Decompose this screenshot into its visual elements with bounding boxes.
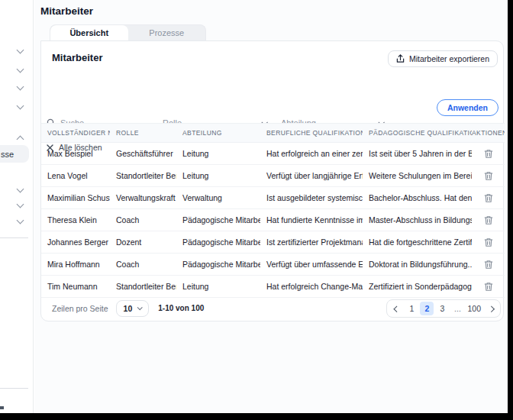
trash-icon: [484, 150, 493, 161]
cell-actions: [472, 143, 505, 165]
pager: 123...100: [386, 299, 501, 318]
cell-role: Verwaltungskraft: [110, 187, 176, 209]
page-button-2[interactable]: 2: [420, 302, 434, 315]
sidebar-item-label: sse: [1, 150, 14, 159]
cell-name: Tim Neumann: [41, 276, 110, 298]
chevron-down-icon[interactable]: [17, 47, 24, 54]
cell-actions: [472, 254, 505, 276]
table-row: Maximilian SchusterVerwaltungskraftVerwa…: [41, 187, 505, 209]
chevron-up-icon[interactable]: [17, 136, 24, 144]
chevron-down-icon[interactable]: [17, 186, 24, 193]
apply-button[interactable]: Anwenden: [437, 99, 498, 116]
tab-prozesse[interactable]: Prozesse: [128, 25, 206, 40]
tab-bar: Übersicht Prozesse: [50, 24, 206, 40]
cell-department: Pädagogische Mitarbeiter: [176, 231, 260, 254]
chevron-down-icon[interactable]: [17, 201, 24, 208]
rows-per-page-label: Zeilen pro Seite: [52, 304, 108, 313]
chevron-down-icon[interactable]: [17, 102, 24, 110]
cell-actions: [472, 276, 505, 298]
delete-button[interactable]: [482, 147, 495, 160]
next-page-button[interactable]: [484, 302, 498, 315]
export-icon: [396, 54, 405, 63]
sidebar-separator: [0, 388, 28, 389]
cell-pedagogical: Doktorat in Bildungsführung....: [363, 254, 472, 276]
cell-actions: [472, 187, 505, 209]
export-button[interactable]: Mitarbeiter exportieren: [388, 50, 498, 67]
cell-professional: Ist zertifizierter Projektmanager...: [260, 231, 363, 254]
table-row: Tim NeumannStandortleiter BerlinLeitungH…: [41, 276, 505, 298]
cell-professional: Hat fundierte Kenntnisse im Qua...: [260, 209, 363, 231]
sidebar-footer-fragment: [0, 406, 4, 409]
column-header: AKTIONEN: [472, 124, 505, 143]
cell-professional: Hat erfolgreich Change-Manage...: [260, 276, 363, 298]
trash-icon: [484, 238, 493, 250]
cell-name: Lena Vogel: [41, 165, 110, 187]
chevron-down-icon[interactable]: [17, 83, 24, 91]
cell-role: Standortleiter Berlin: [110, 165, 176, 187]
employees-table: VOLLSTÄNDIGER NAMEROLLEABTEILUNGBERUFLIC…: [41, 123, 505, 298]
cell-department: Leitung: [176, 165, 260, 187]
table-row: Theresa KleinCoachPädagogische Mitarbeit…: [41, 209, 505, 231]
delete-button[interactable]: [482, 192, 495, 205]
page-button-1[interactable]: 1: [405, 302, 418, 315]
cell-name: Mira Hoffmann: [41, 254, 110, 276]
card-title: Mitarbeiter: [52, 52, 102, 63]
mitarbeiter-card: Mitarbeiter Mitarbeiter exportieren: [40, 40, 504, 321]
chevron-right-icon: [488, 305, 494, 312]
chevron-down-icon: [137, 305, 143, 310]
window-edge-right: [508, 0, 513, 420]
cell-pedagogical: Zertifiziert in Sonderpädagogik....: [363, 276, 472, 298]
delete-button[interactable]: [482, 236, 495, 249]
delete-button[interactable]: [482, 214, 495, 227]
cell-pedagogical: Weitere Schulungen im Bereich...: [363, 165, 472, 187]
cell-department: Leitung: [176, 276, 260, 298]
page-title: Mitarbeiter: [40, 5, 93, 17]
sidebar-item-active[interactable]: sse: [0, 145, 29, 163]
cell-pedagogical: Bachelor-Abschluss. Hat den int...: [363, 187, 472, 209]
cell-department: Pädagogische Mitarbeiter: [176, 254, 260, 276]
cell-name: Maximilian Schuster: [41, 187, 110, 209]
cell-pedagogical: Master-Abschluss in Bildungsm...: [363, 209, 472, 231]
cell-pedagogical: Hat die fortgeschrittene Zertifizi...: [363, 231, 472, 254]
page-button-3[interactable]: 3: [435, 302, 449, 315]
rows-per-page-value: 10: [124, 304, 133, 313]
column-header: PÄDAGOGISCHE QUALIFIKATIONEN: [363, 124, 472, 143]
column-header: BERUFLICHE QUALIFIKATIONEN: [260, 124, 363, 143]
page-button-100[interactable]: 100: [466, 302, 482, 315]
cell-role: Coach: [110, 254, 176, 276]
trash-icon: [484, 194, 493, 205]
delete-button[interactable]: [482, 258, 495, 271]
cell-department: Leitung: [176, 143, 260, 165]
cell-actions: [472, 165, 505, 187]
tab-uebersicht[interactable]: Übersicht: [50, 25, 128, 40]
delete-button[interactable]: [482, 170, 495, 183]
column-header: ABTEILUNG: [176, 124, 260, 143]
cell-actions: [472, 231, 505, 254]
cell-role: Coach: [110, 209, 176, 231]
page-ellipsis: ...: [450, 302, 464, 315]
cell-professional: Hat erfolgreich an einer zertifizi...: [260, 143, 363, 165]
cell-actions: [472, 209, 505, 231]
cell-role: Standortleiter Berlin: [110, 276, 176, 298]
trash-icon: [484, 172, 493, 183]
window-edge-bottom: [0, 413, 513, 420]
sidebar: sse: [0, 0, 34, 413]
rows-per-page-select[interactable]: 10: [116, 300, 150, 317]
main-content: Mitarbeiter Übersicht Prozesse Mitarbeit…: [34, 0, 508, 413]
trash-icon: [484, 260, 493, 272]
cell-role: Dozent: [110, 231, 176, 254]
chevron-left-icon: [394, 305, 400, 312]
table-row: Johannes BergerDozentPädagogische Mitarb…: [41, 231, 505, 254]
table-header: VOLLSTÄNDIGER NAMEROLLEABTEILUNGBERUFLIC…: [41, 124, 505, 143]
table-row: Mira HoffmannCoachPädagogische Mitarbeit…: [41, 254, 505, 276]
delete-button[interactable]: [482, 280, 495, 293]
cell-department: Verwaltung: [176, 187, 260, 209]
chevron-down-icon[interactable]: [17, 66, 24, 73]
trash-icon: [484, 283, 493, 294]
column-header: VOLLSTÄNDIGER NAME: [41, 124, 110, 143]
prev-page-button[interactable]: [389, 302, 403, 315]
trash-icon: [484, 216, 493, 228]
chevron-down-icon[interactable]: [17, 217, 24, 225]
cell-name: Max Beispiel: [41, 143, 110, 165]
cell-pedagogical: Ist seit über 5 Jahren in der Bild...: [363, 143, 472, 165]
